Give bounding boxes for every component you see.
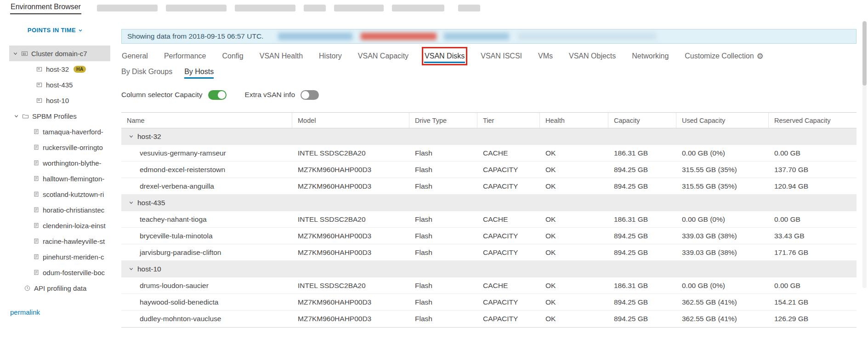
tree-item-host-10[interactable]: host-10 — [0, 92, 110, 108]
redacted-tab[interactable] — [235, 5, 295, 12]
redacted-tab[interactable] — [97, 5, 158, 12]
tree-item-cluster[interactable]: Cluster domain-c7 — [9, 46, 110, 61]
redacted-tab[interactable] — [166, 5, 227, 12]
points-in-time-selector[interactable]: POINTS IN TIME — [0, 27, 110, 34]
column-header-model[interactable]: Model — [292, 113, 409, 128]
cell-tier: CAPACITY — [477, 298, 540, 306]
tree-item-halltown-flemington[interactable]: halltown-flemington- — [0, 171, 110, 186]
cell-tier: CACHE — [477, 149, 540, 157]
tree-item-host-435[interactable]: host-435 — [0, 77, 110, 92]
tree-item-label: host-32 — [46, 65, 69, 73]
tab-networking[interactable]: Networking — [631, 49, 669, 63]
group-row-host-10[interactable]: host-10 — [121, 261, 857, 277]
table-row[interactable]: drums-loudon-saucierINTEL SSDSC2BA20Flas… — [121, 277, 857, 294]
redacted-tab[interactable] — [334, 5, 384, 12]
subtab-by-hosts[interactable]: By Hosts — [184, 65, 214, 79]
column-header-tier[interactable]: Tier — [477, 113, 540, 128]
tree-item-odum-fosterville-boc[interactable]: odum-fosterville-boc — [0, 265, 110, 280]
redacted-tab[interactable] — [304, 5, 326, 12]
tree-item-racine-hawleyville-st[interactable]: racine-hawleyville-st — [0, 233, 110, 249]
table-row[interactable]: haywood-solid-benedictaMZ7KM960HAHP00D3F… — [121, 294, 857, 311]
permalink-link[interactable]: permalink — [10, 308, 40, 316]
tree-item-spbm-profiles[interactable]: SPBM Profiles — [0, 108, 110, 124]
tab-vms[interactable]: VMs — [538, 49, 553, 63]
redacted-text-highlight — [361, 33, 437, 40]
tab-performance[interactable]: Performance — [164, 49, 207, 63]
tab-history[interactable]: History — [318, 49, 342, 63]
scrollbar[interactable] — [862, 21, 867, 288]
tree-item-scotland-kutztown-ri[interactable]: scotland-kutztown-ri — [0, 186, 110, 202]
tree-item-pinehurst-meriden-c[interactable]: pinehurst-meriden-c — [0, 249, 110, 265]
tab-environment-browser[interactable]: Environment Browser — [10, 2, 81, 14]
cell-name: drums-loudon-saucier — [121, 282, 292, 290]
group-name: host-435 — [137, 199, 165, 207]
cell-reserved-capacity: 120.94 GB — [769, 182, 857, 190]
gear-icon: ⚙ — [757, 52, 764, 60]
profile-icon — [33, 128, 40, 135]
group-row-host-32[interactable]: host-32 — [121, 128, 857, 145]
column-header-drive-type[interactable]: Drive Type — [409, 113, 477, 128]
scrollbar-thumb[interactable] — [862, 21, 867, 86]
table-row[interactable]: dudley-mohnton-vaucluseMZ7KM960HAHP00D3F… — [121, 311, 857, 327]
tab-customize-collection[interactable]: Customize Collection⚙ — [684, 49, 764, 63]
tab-vsan-iscsi[interactable]: VSAN ISCSI — [480, 49, 522, 63]
tree-item-ruckersville-orringto[interactable]: ruckersville-orringto — [0, 139, 110, 155]
tree-item-api-profiling-data[interactable]: API profiling data — [0, 280, 110, 296]
column-header-reserved-capacity[interactable]: Reserved Capacity — [769, 113, 857, 128]
tab-vsan-objects[interactable]: VSAN Objects — [568, 49, 616, 63]
profile-icon — [33, 191, 40, 197]
tree-item-label: worthington-blythe- — [43, 159, 102, 167]
extra-vsan-info-toggle[interactable] — [301, 90, 319, 100]
tree-item-clendenin-loiza-einst[interactable]: clendenin-loiza-einst — [0, 218, 110, 233]
tab-vsan-disks[interactable]: VSAN Disks — [424, 49, 465, 63]
group-name: host-10 — [137, 265, 161, 273]
tree-item-host-32[interactable]: host-32HA — [0, 61, 110, 77]
column-header-name[interactable]: Name — [121, 113, 292, 128]
table-row[interactable]: edmond-excel-reisterstownMZ7KM960HAHP00D… — [121, 161, 857, 178]
cell-name: jarvisburg-paradise-clifton — [121, 248, 292, 257]
cell-reserved-capacity: 126.29 GB — [769, 315, 857, 323]
folder-icon — [22, 113, 29, 120]
table-row[interactable]: vesuvius-germany-ramseurINTEL SSDSC2BA20… — [121, 145, 857, 161]
table-row[interactable]: bryceville-tula-minotolaMZ7KM960HAHP00D3… — [121, 228, 857, 244]
cell-capacity: 894.25 GB — [608, 298, 676, 306]
cell-health: OK — [540, 298, 608, 306]
column-selector-toggle[interactable] — [208, 90, 227, 100]
table-row[interactable]: drexel-verbena-anguillaMZ7KM960HAHP00D3F… — [121, 178, 857, 195]
cell-drive-type: Flash — [409, 248, 477, 257]
cell-used-capacity: 0.00 GB (0%) — [676, 282, 769, 290]
cell-model: MZ7KM960HAHP00D3 — [292, 298, 409, 306]
tree-item-worthington-blythe[interactable]: worthington-blythe- — [0, 155, 110, 171]
cell-capacity: 186.31 GB — [608, 149, 676, 157]
tab-general[interactable]: General — [121, 49, 148, 63]
top-bar: Environment Browser — [0, 0, 868, 16]
group-row-host-435[interactable]: host-435 — [121, 195, 857, 211]
tree-item-label: tamaqua-haverford- — [43, 128, 103, 136]
tree-item-label: host-435 — [46, 81, 73, 89]
tab-vsan-capacity[interactable]: VSAN Capacity — [357, 49, 409, 63]
tree-item-tamaqua-haverford[interactable]: tamaqua-haverford- — [0, 124, 110, 139]
profile-icon — [33, 238, 40, 244]
table-row[interactable]: jarvisburg-paradise-cliftonMZ7KM960HAHP0… — [121, 244, 857, 261]
cell-health: OK — [540, 248, 608, 257]
profile-icon — [33, 175, 40, 182]
column-header-capacity[interactable]: Capacity — [608, 113, 676, 128]
tab-vsan-health[interactable]: VSAN Health — [259, 49, 303, 63]
tab-config[interactable]: Config — [222, 49, 244, 63]
cell-drive-type: Flash — [409, 298, 477, 306]
cell-capacity: 894.25 GB — [608, 232, 676, 240]
subtab-by-disk-groups[interactable]: By Disk Groups — [121, 65, 172, 79]
cell-tier: CAPACITY — [477, 315, 540, 323]
column-header-used-capacity[interactable]: Used Capacity — [676, 113, 769, 128]
host-icon — [36, 97, 43, 104]
redacted-tab[interactable] — [458, 5, 480, 12]
tree: Cluster domain-c7host-32HAhost-435host-1… — [0, 46, 110, 296]
table-row[interactable]: teachey-nahant-tiogaINTEL SSDSC2BA20Flas… — [121, 211, 857, 228]
column-header-health[interactable]: Health — [540, 113, 608, 128]
redacted-tab[interactable] — [392, 5, 444, 12]
tree-item-label: host-10 — [46, 97, 69, 104]
tree-item-horatio-christianstec[interactable]: horatio-christianstec — [0, 202, 110, 218]
cell-used-capacity: 339.03 GB (38%) — [676, 248, 769, 257]
cell-name: edmond-excel-reisterstown — [121, 166, 292, 174]
cell-model: MZ7KM960HAHP00D3 — [292, 248, 409, 257]
